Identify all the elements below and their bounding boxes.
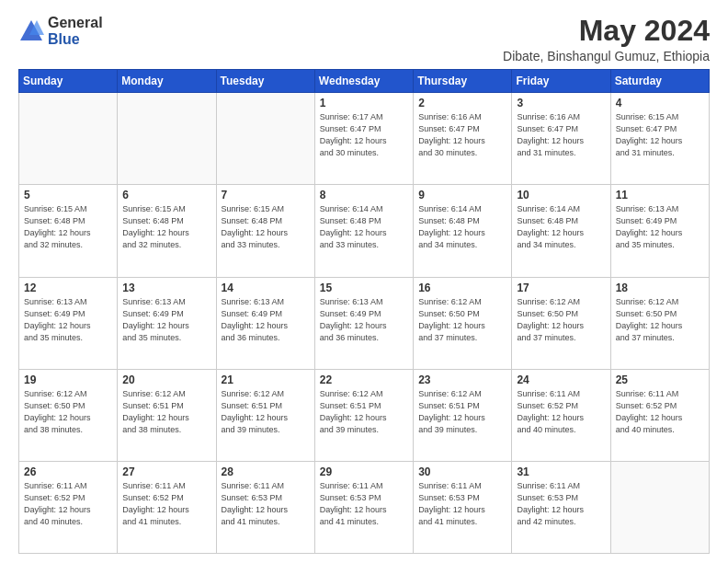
calendar-cell: 23Sunrise: 6:12 AM Sunset: 6:51 PM Dayli… bbox=[414, 369, 512, 461]
weekday-header-tuesday: Tuesday bbox=[216, 70, 314, 93]
calendar-cell: 19Sunrise: 6:12 AM Sunset: 6:50 PM Dayli… bbox=[19, 369, 118, 461]
day-number: 27 bbox=[122, 465, 210, 478]
day-info: Sunrise: 6:11 AM Sunset: 6:52 PM Dayligh… bbox=[517, 388, 605, 436]
calendar-cell bbox=[19, 93, 118, 185]
calendar-cell: 29Sunrise: 6:11 AM Sunset: 6:53 PM Dayli… bbox=[314, 461, 413, 553]
day-info: Sunrise: 6:16 AM Sunset: 6:47 PM Dayligh… bbox=[517, 111, 605, 159]
day-number: 13 bbox=[122, 282, 210, 294]
logo-icon bbox=[18, 18, 44, 44]
main-title: May 2024 bbox=[503, 15, 710, 47]
logo-blue: Blue bbox=[48, 31, 103, 48]
day-number: 15 bbox=[320, 282, 408, 294]
calendar-cell: 27Sunrise: 6:11 AM Sunset: 6:52 PM Dayli… bbox=[118, 461, 216, 553]
location-subtitle: Dibate, Binshangul Gumuz, Ethiopia bbox=[503, 49, 710, 63]
day-info: Sunrise: 6:11 AM Sunset: 6:52 PM Dayligh… bbox=[616, 388, 704, 436]
calendar-cell bbox=[118, 93, 216, 185]
day-info: Sunrise: 6:12 AM Sunset: 6:50 PM Dayligh… bbox=[24, 388, 112, 436]
week-row-4: 19Sunrise: 6:12 AM Sunset: 6:50 PM Dayli… bbox=[19, 369, 710, 461]
calendar-cell: 15Sunrise: 6:13 AM Sunset: 6:49 PM Dayli… bbox=[314, 277, 413, 369]
day-number: 21 bbox=[222, 373, 310, 386]
day-number: 25 bbox=[616, 373, 704, 386]
calendar-table: SundayMondayTuesdayWednesdayThursdayFrid… bbox=[18, 69, 710, 554]
calendar-cell: 14Sunrise: 6:13 AM Sunset: 6:49 PM Dayli… bbox=[216, 277, 314, 369]
calendar-cell: 8Sunrise: 6:14 AM Sunset: 6:48 PM Daylig… bbox=[314, 185, 413, 277]
calendar-cell: 30Sunrise: 6:11 AM Sunset: 6:53 PM Dayli… bbox=[414, 461, 512, 553]
day-info: Sunrise: 6:15 AM Sunset: 6:48 PM Dayligh… bbox=[24, 203, 112, 251]
day-info: Sunrise: 6:12 AM Sunset: 6:50 PM Dayligh… bbox=[517, 296, 605, 344]
day-info: Sunrise: 6:15 AM Sunset: 6:48 PM Dayligh… bbox=[222, 203, 310, 251]
calendar-cell: 18Sunrise: 6:12 AM Sunset: 6:50 PM Dayli… bbox=[610, 277, 709, 369]
day-info: Sunrise: 6:11 AM Sunset: 6:53 PM Dayligh… bbox=[517, 480, 605, 528]
day-info: Sunrise: 6:12 AM Sunset: 6:50 PM Dayligh… bbox=[418, 296, 506, 344]
day-info: Sunrise: 6:12 AM Sunset: 6:51 PM Dayligh… bbox=[122, 388, 210, 436]
calendar-cell: 24Sunrise: 6:11 AM Sunset: 6:52 PM Dayli… bbox=[512, 369, 610, 461]
day-number: 10 bbox=[517, 189, 605, 201]
day-number: 2 bbox=[418, 97, 506, 109]
logo-text: General Blue bbox=[48, 15, 103, 47]
calendar-cell: 12Sunrise: 6:13 AM Sunset: 6:49 PM Dayli… bbox=[19, 277, 118, 369]
week-row-1: 1Sunrise: 6:17 AM Sunset: 6:47 PM Daylig… bbox=[19, 93, 710, 185]
header: General Blue May 2024 Dibate, Binshangul… bbox=[18, 15, 710, 63]
day-number: 18 bbox=[616, 282, 704, 294]
day-number: 20 bbox=[122, 373, 210, 386]
calendar-cell: 31Sunrise: 6:11 AM Sunset: 6:53 PM Dayli… bbox=[512, 461, 610, 553]
day-info: Sunrise: 6:12 AM Sunset: 6:51 PM Dayligh… bbox=[320, 388, 408, 436]
day-info: Sunrise: 6:15 AM Sunset: 6:47 PM Dayligh… bbox=[616, 111, 704, 159]
calendar-cell: 11Sunrise: 6:13 AM Sunset: 6:49 PM Dayli… bbox=[610, 185, 709, 277]
day-info: Sunrise: 6:11 AM Sunset: 6:53 PM Dayligh… bbox=[320, 480, 408, 528]
day-number: 1 bbox=[320, 97, 408, 109]
day-number: 5 bbox=[24, 189, 112, 201]
calendar-cell: 4Sunrise: 6:15 AM Sunset: 6:47 PM Daylig… bbox=[610, 93, 709, 185]
calendar-cell: 21Sunrise: 6:12 AM Sunset: 6:51 PM Dayli… bbox=[216, 369, 314, 461]
day-info: Sunrise: 6:13 AM Sunset: 6:49 PM Dayligh… bbox=[616, 203, 704, 251]
calendar-cell: 13Sunrise: 6:13 AM Sunset: 6:49 PM Dayli… bbox=[118, 277, 216, 369]
day-number: 23 bbox=[418, 373, 506, 386]
day-info: Sunrise: 6:11 AM Sunset: 6:52 PM Dayligh… bbox=[24, 480, 112, 528]
calendar-cell: 26Sunrise: 6:11 AM Sunset: 6:52 PM Dayli… bbox=[19, 461, 118, 553]
day-number: 31 bbox=[517, 465, 605, 478]
calendar-cell: 2Sunrise: 6:16 AM Sunset: 6:47 PM Daylig… bbox=[414, 93, 512, 185]
calendar-cell: 17Sunrise: 6:12 AM Sunset: 6:50 PM Dayli… bbox=[512, 277, 610, 369]
day-info: Sunrise: 6:11 AM Sunset: 6:53 PM Dayligh… bbox=[418, 480, 506, 528]
calendar-cell bbox=[216, 93, 314, 185]
day-number: 28 bbox=[222, 465, 310, 478]
day-info: Sunrise: 6:13 AM Sunset: 6:49 PM Dayligh… bbox=[320, 296, 408, 344]
weekday-header-monday: Monday bbox=[118, 70, 216, 93]
calendar-cell: 22Sunrise: 6:12 AM Sunset: 6:51 PM Dayli… bbox=[314, 369, 413, 461]
day-info: Sunrise: 6:15 AM Sunset: 6:48 PM Dayligh… bbox=[122, 203, 210, 251]
day-number: 8 bbox=[320, 189, 408, 201]
calendar-cell: 9Sunrise: 6:14 AM Sunset: 6:48 PM Daylig… bbox=[414, 185, 512, 277]
day-info: Sunrise: 6:12 AM Sunset: 6:51 PM Dayligh… bbox=[222, 388, 310, 436]
day-number: 4 bbox=[616, 97, 704, 109]
day-number: 17 bbox=[517, 282, 605, 294]
weekday-header-saturday: Saturday bbox=[610, 70, 709, 93]
weekday-header-wednesday: Wednesday bbox=[314, 70, 413, 93]
day-number: 26 bbox=[24, 465, 112, 478]
calendar-cell: 3Sunrise: 6:16 AM Sunset: 6:47 PM Daylig… bbox=[512, 93, 610, 185]
day-info: Sunrise: 6:11 AM Sunset: 6:52 PM Dayligh… bbox=[122, 480, 210, 528]
day-number: 22 bbox=[320, 373, 408, 386]
day-number: 29 bbox=[320, 465, 408, 478]
day-info: Sunrise: 6:13 AM Sunset: 6:49 PM Dayligh… bbox=[122, 296, 210, 344]
day-info: Sunrise: 6:11 AM Sunset: 6:53 PM Dayligh… bbox=[222, 480, 310, 528]
calendar-cell: 1Sunrise: 6:17 AM Sunset: 6:47 PM Daylig… bbox=[314, 93, 413, 185]
calendar-cell: 10Sunrise: 6:14 AM Sunset: 6:48 PM Dayli… bbox=[512, 185, 610, 277]
day-number: 14 bbox=[222, 282, 310, 294]
calendar-body: 1Sunrise: 6:17 AM Sunset: 6:47 PM Daylig… bbox=[19, 93, 710, 554]
week-row-3: 12Sunrise: 6:13 AM Sunset: 6:49 PM Dayli… bbox=[19, 277, 710, 369]
day-info: Sunrise: 6:16 AM Sunset: 6:47 PM Dayligh… bbox=[418, 111, 506, 159]
day-info: Sunrise: 6:14 AM Sunset: 6:48 PM Dayligh… bbox=[320, 203, 408, 251]
day-number: 16 bbox=[418, 282, 506, 294]
day-info: Sunrise: 6:13 AM Sunset: 6:49 PM Dayligh… bbox=[222, 296, 310, 344]
day-info: Sunrise: 6:14 AM Sunset: 6:48 PM Dayligh… bbox=[418, 203, 506, 251]
week-row-5: 26Sunrise: 6:11 AM Sunset: 6:52 PM Dayli… bbox=[19, 461, 710, 553]
day-info: Sunrise: 6:12 AM Sunset: 6:51 PM Dayligh… bbox=[418, 388, 506, 436]
day-info: Sunrise: 6:13 AM Sunset: 6:49 PM Dayligh… bbox=[24, 296, 112, 344]
weekday-header-friday: Friday bbox=[512, 70, 610, 93]
day-number: 30 bbox=[418, 465, 506, 478]
calendar-header: SundayMondayTuesdayWednesdayThursdayFrid… bbox=[19, 70, 710, 93]
calendar-cell bbox=[610, 461, 709, 553]
day-number: 12 bbox=[24, 282, 112, 294]
calendar-cell: 7Sunrise: 6:15 AM Sunset: 6:48 PM Daylig… bbox=[216, 185, 314, 277]
day-number: 9 bbox=[418, 189, 506, 201]
